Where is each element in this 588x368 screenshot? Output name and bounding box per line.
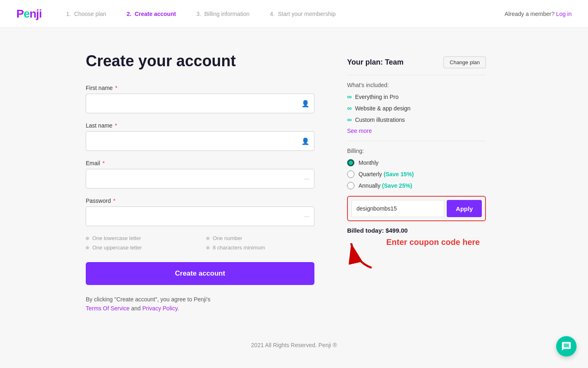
header-right: Already a member? Log in [505, 11, 572, 17]
coupon-annotation-wrapper: Enter coupon code here [347, 237, 486, 270]
hint-minchars: 8 characters minimum [206, 245, 314, 251]
password-icon: ⋯ [304, 213, 310, 220]
password-hints: One lowercase letter One number One uppe… [86, 235, 314, 251]
terms-text: By clicking "Create account", you agree … [86, 295, 314, 313]
privacy-link[interactable]: Privacy Policy [143, 305, 178, 312]
change-plan-button[interactable]: Change plan [443, 56, 486, 68]
billing-annually-radio[interactable] [347, 182, 354, 189]
hint-dot-3 [86, 246, 89, 249]
hint-number: One number [206, 235, 314, 241]
infinity-icon-2: ∞ [347, 105, 352, 112]
last-name-input[interactable] [86, 131, 314, 151]
footer: 2021 All Rights Reserved. Penji ® [0, 330, 588, 357]
billed-today: Billed today: $499.00 [347, 227, 486, 234]
whats-included-label: What's included: [347, 82, 486, 88]
hint-dot-2 [206, 237, 209, 240]
sidebar: Your plan: Team Change plan What's inclu… [347, 52, 486, 313]
quarterly-save-badge: (Save 15%) [383, 171, 414, 177]
coupon-input[interactable] [351, 200, 444, 217]
hint-uppercase: One uppercase letter [86, 245, 194, 251]
steps-nav: 1. Choose plan 2. Create account 3. Bill… [66, 11, 505, 17]
annually-save-badge: (Save 25%) [382, 182, 412, 189]
first-name-required: * [115, 85, 117, 91]
coupon-wrapper: Apply [347, 196, 486, 221]
person-icon-2: 👤 [301, 137, 310, 145]
create-account-button[interactable]: Create account [86, 262, 314, 285]
hint-dot-1 [86, 237, 89, 240]
login-link[interactable]: Log in [556, 11, 572, 17]
terms-link[interactable]: Terms Of Service [86, 305, 129, 312]
chat-icon [561, 341, 572, 352]
arrow-icon [347, 237, 376, 270]
divider-1 [347, 75, 486, 75]
password-label: Password * [86, 197, 314, 204]
email-input-wrapper: ⋯ [86, 169, 314, 188]
first-name-label: First name * [86, 85, 314, 91]
main-layout: Create your account First name * 👤 Last … [12, 28, 576, 330]
divider-2 [347, 141, 486, 141]
billing-label: Billing: [347, 148, 486, 154]
hint-dot-4 [206, 246, 209, 249]
billing-monthly-radio[interactable] [347, 159, 354, 166]
password-group: Password * ⋯ [86, 197, 314, 226]
billing-monthly-label[interactable]: Monthly [359, 159, 379, 166]
infinity-icon-3: ∞ [347, 116, 352, 123]
billing-monthly: Monthly [347, 159, 486, 166]
hint-lowercase: One lowercase letter [86, 235, 194, 241]
page-title: Create your account [86, 52, 314, 70]
email-group: Email * ⋯ [86, 160, 314, 188]
billing-annually: Annually (Save 25%) [347, 182, 486, 189]
last-name-required: * [115, 122, 117, 129]
last-name-group: Last name * 👤 [86, 122, 314, 151]
see-more-link[interactable]: See more [347, 128, 486, 134]
first-name-input-wrapper: 👤 [86, 94, 314, 113]
last-name-label: Last name * [86, 122, 314, 129]
step-3: 3. Billing information [196, 11, 249, 17]
apply-button[interactable]: Apply [447, 200, 482, 217]
password-input[interactable] [86, 206, 314, 226]
header: Penji 1. Choose plan 2. Create account 3… [0, 0, 588, 28]
form-section: Create your account First name * 👤 Last … [86, 52, 314, 313]
feature-1: ∞ Everything in Pro [347, 93, 486, 101]
email-label: Email * [86, 160, 314, 166]
logo: Penji [16, 7, 42, 20]
step-2: 2. Create account [127, 11, 176, 17]
first-name-input[interactable] [86, 94, 314, 113]
feature-3: ∞ Custom illustrations [347, 116, 486, 123]
email-input[interactable] [86, 169, 314, 188]
coupon-annotation-label: Enter coupon code here [386, 237, 480, 249]
email-icon: ⋯ [304, 176, 310, 182]
billing-quarterly-radio[interactable] [347, 171, 354, 178]
billing-quarterly-label[interactable]: Quarterly (Save 15%) [359, 171, 414, 177]
step-4: 4. Start your membership [270, 11, 336, 17]
plan-title: Your plan: Team [347, 58, 403, 67]
first-name-group: First name * 👤 [86, 85, 314, 113]
email-required: * [102, 160, 105, 166]
password-required: * [113, 197, 115, 204]
last-name-input-wrapper: 👤 [86, 131, 314, 151]
plan-header: Your plan: Team Change plan [347, 56, 486, 68]
step-1: 1. Choose plan [66, 11, 106, 17]
infinity-icon-1: ∞ [347, 93, 352, 101]
chat-button[interactable] [556, 336, 577, 357]
feature-2: ∞ Website & app design [347, 105, 486, 112]
billing-quarterly: Quarterly (Save 15%) [347, 171, 486, 178]
person-icon: 👤 [301, 100, 310, 108]
billing-annually-label[interactable]: Annually (Save 25%) [359, 182, 412, 189]
password-input-wrapper: ⋯ [86, 206, 314, 226]
